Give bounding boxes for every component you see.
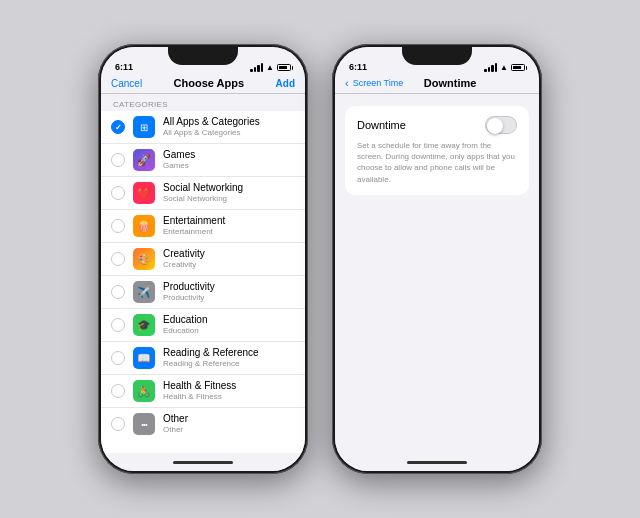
list-item[interactable]: ⊞ All Apps & Categories All Apps & Categ… [101, 111, 305, 144]
item-text-social: Social Networking Social Networking [163, 182, 295, 204]
radio-all[interactable] [111, 120, 125, 134]
list-item[interactable]: 🚀 Games Games [101, 144, 305, 177]
item-text-creativity: Creativity Creativity [163, 248, 295, 270]
home-bar [173, 461, 233, 464]
item-text-games: Games Games [163, 149, 295, 171]
health-icon: 🚴 [133, 380, 155, 402]
page-title: Downtime [424, 77, 477, 89]
back-label[interactable]: Screen Time [353, 78, 404, 88]
categories-list: ⊞ All Apps & Categories All Apps & Categ… [101, 111, 305, 453]
item-subtitle: Entertainment [163, 227, 295, 237]
item-title: Education [163, 314, 295, 326]
radio-education[interactable] [111, 318, 125, 332]
list-item[interactable]: ❤️ Social Networking Social Networking [101, 177, 305, 210]
creativity-icon: 🎨 [133, 248, 155, 270]
downtime-toggle[interactable] [485, 116, 517, 134]
nav-bar-screentime: ‹ Screen Time Downtime [335, 75, 539, 94]
phone-choose-apps: 6:11 ▲ Cancel Choose Apps Add CATEGORI [98, 44, 308, 474]
phone-downtime: 6:11 ▲ ‹ Screen Time Downtime [332, 44, 542, 474]
notch [402, 47, 472, 65]
radio-productivity[interactable] [111, 285, 125, 299]
item-title: Other [163, 413, 295, 425]
item-subtitle: Games [163, 161, 295, 171]
item-text-all: All Apps & Categories All Apps & Categor… [163, 116, 295, 138]
downtime-description: Set a schedule for time away from the sc… [357, 140, 517, 185]
add-button[interactable]: Add [276, 78, 295, 89]
notch [168, 47, 238, 65]
item-subtitle: Education [163, 326, 295, 336]
home-indicator [335, 453, 539, 471]
all-apps-icon: ⊞ [133, 116, 155, 138]
radio-reading[interactable] [111, 351, 125, 365]
status-icons: ▲ [250, 63, 291, 72]
games-icon: 🚀 [133, 149, 155, 171]
item-text-education: Education Education [163, 314, 295, 336]
signal-icon [484, 63, 497, 72]
battery-icon [511, 64, 525, 71]
item-title: Creativity [163, 248, 295, 260]
nav-bar: Cancel Choose Apps Add [101, 75, 305, 94]
item-subtitle: Social Networking [163, 194, 295, 204]
downtime-card: Downtime Set a schedule for time away fr… [345, 106, 529, 195]
list-item[interactable]: ✈️ Productivity Productivity [101, 276, 305, 309]
item-subtitle: Creativity [163, 260, 295, 270]
list-item[interactable]: 🎓 Education Education [101, 309, 305, 342]
reading-icon: 📖 [133, 347, 155, 369]
item-text-reading: Reading & Reference Reading & Reference [163, 347, 295, 369]
item-title: Social Networking [163, 182, 295, 194]
back-arrow-icon[interactable]: ‹ [345, 77, 349, 89]
item-text-productivity: Productivity Productivity [163, 281, 295, 303]
page-title: Choose Apps [174, 77, 245, 89]
radio-creativity[interactable] [111, 252, 125, 266]
battery-icon [277, 64, 291, 71]
cancel-button[interactable]: Cancel [111, 78, 142, 89]
radio-entertainment[interactable] [111, 219, 125, 233]
screen-time-content: Downtime Set a schedule for time away fr… [335, 94, 539, 453]
toggle-knob [487, 118, 503, 134]
item-text-entertainment: Entertainment Entertainment [163, 215, 295, 237]
section-header: CATEGORIES [101, 94, 305, 111]
item-title: Health & Fitness [163, 380, 295, 392]
signal-icon [250, 63, 263, 72]
social-icon: ❤️ [133, 182, 155, 204]
education-icon: 🎓 [133, 314, 155, 336]
entertainment-icon: 🍿 [133, 215, 155, 237]
item-title: Games [163, 149, 295, 161]
item-title: All Apps & Categories [163, 116, 295, 128]
home-bar [407, 461, 467, 464]
wifi-icon: ▲ [266, 63, 274, 72]
radio-health[interactable] [111, 384, 125, 398]
downtime-row: Downtime [357, 116, 517, 134]
list-item[interactable]: ••• Other Other [101, 408, 305, 440]
productivity-icon: ✈️ [133, 281, 155, 303]
item-title: Productivity [163, 281, 295, 293]
item-text-health: Health & Fitness Health & Fitness [163, 380, 295, 402]
time-display: 6:11 [349, 62, 367, 72]
time-display: 6:11 [115, 62, 133, 72]
list-item[interactable]: 🍿 Entertainment Entertainment [101, 210, 305, 243]
wifi-icon: ▲ [500, 63, 508, 72]
item-subtitle: Productivity [163, 293, 295, 303]
item-title: Reading & Reference [163, 347, 295, 359]
item-subtitle: Other [163, 425, 295, 435]
item-subtitle: Reading & Reference [163, 359, 295, 369]
home-indicator [101, 453, 305, 471]
item-text-other: Other Other [163, 413, 295, 435]
other-icon: ••• [133, 413, 155, 435]
radio-social[interactable] [111, 186, 125, 200]
radio-games[interactable] [111, 153, 125, 167]
list-item[interactable]: 🎨 Creativity Creativity [101, 243, 305, 276]
item-title: Entertainment [163, 215, 295, 227]
item-subtitle: All Apps & Categories [163, 128, 295, 138]
list-item[interactable]: 🚴 Health & Fitness Health & Fitness [101, 375, 305, 408]
downtime-label: Downtime [357, 119, 406, 131]
item-subtitle: Health & Fitness [163, 392, 295, 402]
radio-other[interactable] [111, 417, 125, 431]
status-icons: ▲ [484, 63, 525, 72]
list-item[interactable]: 📖 Reading & Reference Reading & Referenc… [101, 342, 305, 375]
